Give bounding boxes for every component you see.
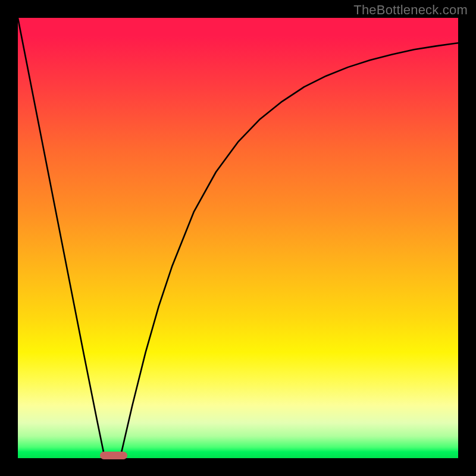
curve-layer — [18, 18, 458, 458]
curve-right-leg — [121, 43, 458, 453]
chart-frame: TheBottleneck.com — [0, 0, 476, 476]
plot-area — [18, 18, 458, 458]
watermark-text: TheBottleneck.com — [353, 2, 468, 18]
minimum-marker — [100, 452, 127, 459]
curve-left-leg — [18, 18, 104, 453]
